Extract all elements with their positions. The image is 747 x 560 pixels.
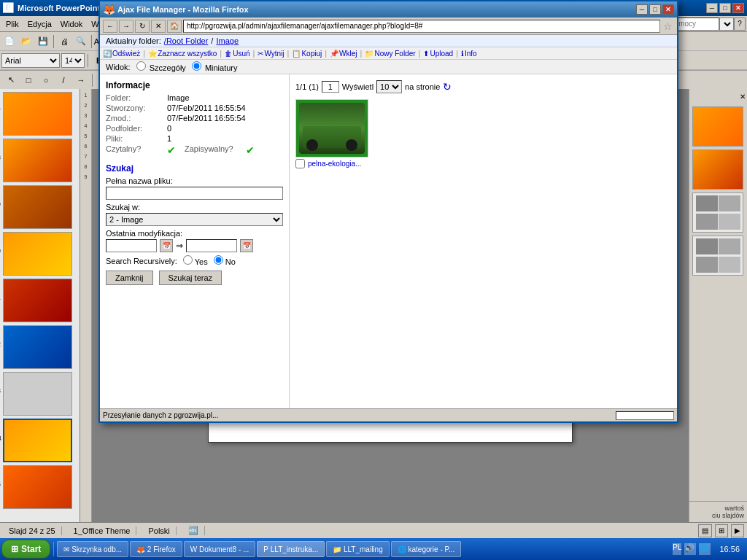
slide-thumb-22[interactable]: 22 [3, 325, 72, 369]
slide-sorter-btn[interactable]: ⊞ [715, 524, 728, 537]
ff-date-to-input[interactable] [186, 239, 237, 252]
help-search-dropdown[interactable] [719, 18, 734, 31]
ff-view-miniatury-label[interactable]: Miniatury [192, 61, 238, 72]
pp-close-btn[interactable]: ✕ [732, 3, 744, 13]
slide-thumb-20[interactable]: 20 [3, 232, 72, 276]
start-button[interactable]: ⊞ Start [1, 540, 50, 559]
r-thumb-2[interactable] [692, 149, 743, 190]
ff-minimize-btn[interactable]: ─ [636, 4, 648, 15]
slide-thumb-23[interactable]: 23 [3, 372, 72, 416]
taskbar-ppt[interactable]: P LLT_instruka... [257, 541, 325, 557]
draw-btn2[interactable]: □ [20, 73, 36, 88]
ff-page-input[interactable]: 1 [322, 81, 339, 93]
slideshow-btn[interactable]: ▶ [731, 524, 744, 537]
normal-view-btn[interactable]: ▤ [698, 524, 712, 537]
taskbar-kategorie[interactable]: 🌐 kategorie - P... [391, 541, 462, 557]
ff-paste-action[interactable]: 📌 Wklej [330, 50, 357, 58]
save-btn[interactable]: 💾 [35, 34, 51, 49]
ff-no-radio[interactable] [214, 255, 223, 265]
ff-no-label[interactable]: No [214, 255, 236, 266]
new-btn[interactable]: 📄 [1, 34, 18, 49]
ff-search-section: Szukaj Pełna nazwa pliku: Szukaj w: 2 - … [106, 163, 283, 285]
slide-thumb-17[interactable]: 17 [3, 92, 72, 136]
taskbar-word[interactable]: W Dokument8 - ... [184, 541, 256, 557]
arrow-btn[interactable]: → [73, 73, 89, 88]
ff-date-from-input[interactable] [106, 239, 157, 252]
tray-icon-net: 🌐 [699, 543, 711, 555]
ff-close-btn[interactable]: ✕ [662, 4, 674, 15]
line-btn[interactable]: / [55, 73, 71, 88]
ff-val-readable: ✔ [167, 144, 176, 156]
font-select[interactable]: Arial [1, 53, 60, 68]
ff-cut-action[interactable]: ✂ Wytnij [258, 50, 284, 58]
ff-home-btn[interactable]: 🏠 [167, 20, 182, 33]
ff-refresh-action[interactable]: 🔄 Odśwież [103, 50, 140, 58]
font-size-select[interactable]: 14 [61, 53, 85, 68]
ff-yes-label[interactable]: Yes [183, 255, 208, 266]
slide-thumb-21[interactable]: 21 [3, 279, 72, 322]
ff-nastronie-label: na stronie [405, 82, 440, 91]
ff-forward-btn[interactable]: → [119, 20, 133, 33]
help-btn[interactable]: ? [734, 18, 746, 31]
pp-maximize-btn[interactable]: □ [719, 3, 731, 13]
ff-info-row-readable: Czytalny? ✔ Zapisywalny? ✔ [106, 144, 283, 156]
slide-thumb-25[interactable]: 25 [3, 465, 72, 509]
right-panel-close[interactable]: ✕ [740, 93, 746, 101]
ff-pagination: 1/1 (1) 1 Wyświetl 10 na stronie ↻ [295, 80, 671, 93]
ff-upload-action[interactable]: ⬆ Upload [423, 50, 453, 58]
slide-thumb-18[interactable]: 18 [3, 139, 72, 182]
menu-widok[interactable]: Widok [56, 18, 88, 30]
ff-restore-btn[interactable]: □ [649, 4, 661, 15]
slide-panel: 17 18 19 20 21 22 23 24 [0, 89, 80, 522]
ff-perpage-select[interactable]: 10 [376, 80, 402, 93]
ff-copy-action[interactable]: 📋 Kopiuj [292, 50, 322, 58]
ff-reload-btn[interactable]: ↻ [135, 20, 150, 33]
ff-yes-radio[interactable] [183, 255, 193, 265]
taskbar-clock: 16:56 [713, 545, 746, 553]
ff-label-modified: Zmod.: [106, 114, 164, 122]
ff-main-split: Informacje Folder: Image Stworzony: 07/F… [100, 74, 677, 408]
ff-folder-link2[interactable]: Image [216, 36, 239, 45]
ff-date-from-btn[interactable]: 📅 [160, 239, 173, 252]
ff-info-action[interactable]: ℹ Info [461, 50, 477, 58]
ff-address-bar[interactable] [183, 20, 660, 33]
ff-view-szczegoly[interactable] [136, 61, 146, 71]
preview-btn[interactable]: 🔍 [73, 34, 89, 49]
ff-searchin-select[interactable]: 2 - Image [106, 213, 283, 226]
taskbar-email[interactable]: ✉ Skrzynka odb... [57, 541, 128, 557]
ff-bookmark-star[interactable]: ☆ [662, 20, 674, 32]
ff-cancel-btn[interactable]: Zamknij [106, 271, 153, 285]
ff-delete-action[interactable]: 🗑 Usuń [225, 50, 249, 58]
ff-file-checkbox-row-1[interactable]: pelna-ekologia... [295, 159, 361, 168]
r-thumb-3[interactable] [692, 192, 743, 233]
slide-number-status: Slajd 24 z 25 [3, 526, 62, 535]
pp-minimize-btn[interactable]: ─ [706, 3, 718, 13]
slide-thumb-19[interactable]: 19 [3, 185, 72, 229]
ff-view-szczegoly-label[interactable]: Szczegóły [136, 61, 186, 72]
ff-paginate-refresh-icon[interactable]: ↻ [443, 81, 452, 93]
ff-folder-link1[interactable]: /Root Folder [164, 36, 209, 45]
menu-plik[interactable]: Plik [1, 18, 23, 30]
draw-btn3[interactable]: ○ [38, 73, 54, 88]
ff-newfolder-action[interactable]: 📁 Nowy Folder [365, 50, 415, 58]
ff-date-to-btn[interactable]: 📅 [240, 239, 253, 252]
r-thumb-4[interactable] [692, 236, 743, 276]
open-btn[interactable]: 📂 [18, 34, 34, 49]
right-panel-top: ✕ [689, 89, 747, 104]
ff-view-miniatury[interactable] [192, 61, 201, 71]
ff-back-btn[interactable]: ← [103, 20, 117, 33]
ff-filename-input[interactable] [106, 187, 283, 200]
slide-thumb-24[interactable]: 24 [3, 419, 72, 462]
taskbar-mailing[interactable]: 📁 LLT_mailing [326, 541, 390, 557]
draw-btn1[interactable]: ↖ [3, 73, 19, 88]
print-btn[interactable]: 🖨 [56, 34, 72, 49]
taskbar-firefox[interactable]: 🦊 2 Firefox [130, 541, 182, 557]
ff-wyswietl-label: Wyświetl [342, 82, 374, 91]
ff-selectall-action[interactable]: ⭐ Zaznacz wszystko [148, 50, 217, 58]
ff-file-checkbox-1[interactable] [295, 159, 305, 168]
menu-edycja[interactable]: Edycja [23, 18, 56, 30]
r-thumb-1[interactable] [692, 106, 743, 147]
ff-stop-btn[interactable]: ✕ [151, 20, 166, 33]
ff-file-thumb-1[interactable] [295, 99, 368, 158]
ff-search-now-btn[interactable]: Szukaj teraz [159, 271, 222, 285]
